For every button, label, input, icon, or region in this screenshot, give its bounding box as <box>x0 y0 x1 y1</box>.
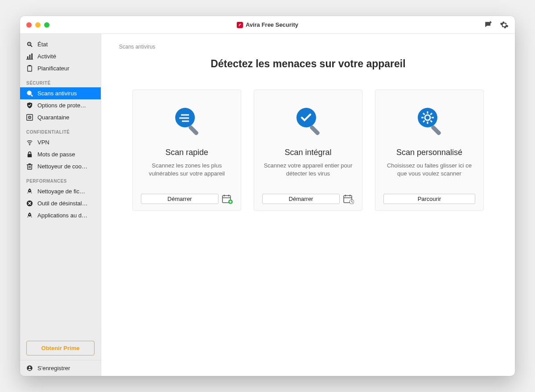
sidebar-item-rocket-icon[interactable]: Applications au d… <box>20 209 101 221</box>
clipboard-icon <box>26 65 33 72</box>
sidebar-section-header: CONFIDENTIALITÉ <box>20 123 101 136</box>
scan-card-title: Scan rapide <box>165 148 208 157</box>
vault-icon <box>26 114 33 121</box>
scan-card-desc: Choisissez ou faites glisser ici ce que … <box>383 162 475 186</box>
svg-rect-24 <box>431 125 442 136</box>
scan-card-desc: Scannez votre appareil entier pour détec… <box>262 162 354 186</box>
sidebar-item-monitor-magnify-icon[interactable]: État <box>20 38 101 50</box>
sidebar-item-label: Planificateur <box>37 65 70 72</box>
sidebar-item-clipboard-icon[interactable]: Planificateur <box>20 62 101 74</box>
sidebar-section-header: PERFORMANCES <box>20 172 101 185</box>
breadcrumb: Scans antivirus <box>119 44 497 50</box>
lock-icon <box>26 151 33 158</box>
svg-rect-3 <box>188 125 199 136</box>
sidebar-item-lock-icon[interactable]: Mots de passe <box>20 148 101 160</box>
feedback-icon[interactable] <box>484 20 493 29</box>
rocket-icon <box>26 212 33 219</box>
svg-point-23 <box>418 108 437 127</box>
window-controls <box>26 22 49 28</box>
main-content: Scans antivirus Détectez les menaces sur… <box>101 34 515 376</box>
sidebar-item-vault-icon[interactable]: Quarantaine <box>20 111 101 123</box>
shield-check-icon <box>26 102 33 109</box>
sidebar-item-label: Outil de désinstal… <box>37 200 88 207</box>
sidebar-item-label: État <box>37 41 48 48</box>
sidebar-item-label: Applications au d… <box>37 212 87 219</box>
scan-card-button[interactable]: Démarrer <box>141 194 218 204</box>
titlebar-actions <box>484 20 509 29</box>
scan-card-title: Scan personnalisé <box>396 148 462 157</box>
sidebar-item-shield-check-icon[interactable]: Options de prote… <box>20 99 101 111</box>
sidebar-item-label: Nettoyeur de coo… <box>37 163 87 170</box>
sidebar-item-label: Mots de passe <box>37 151 75 158</box>
scan-card: Scan rapide Scannez les zones les plus v… <box>132 90 241 211</box>
sidebar-item-label: Quarantaine <box>37 114 70 121</box>
sidebar-item-label: Activité <box>37 53 56 60</box>
get-prime-button[interactable]: Obtenir Prime <box>26 341 95 355</box>
scan-card: Scan intégral Scannez votre appareil ent… <box>254 90 362 211</box>
sidebar-item-wifi-lock-icon[interactable]: VPN <box>20 136 101 148</box>
sidebar-item-bar-chart-icon[interactable]: Activité <box>20 50 101 62</box>
sidebar-item-remove-circle-icon[interactable]: Outil de désinstal… <box>20 197 101 209</box>
sidebar-item-rocket-icon[interactable]: Nettoyage de fic… <box>20 185 101 197</box>
magnify-check-icon <box>289 102 327 141</box>
close-window-button[interactable] <box>26 22 32 28</box>
sidebar-item-trash-icon[interactable]: Nettoyeur de coo… <box>20 160 101 172</box>
window-title: Avira Free Security <box>237 21 298 28</box>
sidebar-item-scan-icon[interactable]: Scans antivirus <box>20 87 101 99</box>
titlebar: Avira Free Security <box>20 16 515 34</box>
bar-chart-icon <box>26 53 33 60</box>
magnify-lines-icon <box>168 102 206 141</box>
minimize-window-button[interactable] <box>35 22 41 28</box>
sidebar-item-label: Scans antivirus <box>37 90 77 97</box>
scan-cards: Scan rapide Scannez les zones les plus v… <box>119 90 497 211</box>
scan-card-title: Scan intégral <box>284 148 331 157</box>
wifi-lock-icon <box>26 139 33 146</box>
scan-icon <box>26 90 33 97</box>
svg-point-1 <box>29 367 31 368</box>
register-label: S'enregistrer <box>37 365 70 372</box>
scan-card-desc: Scannez les zones les plus vulnérables s… <box>141 162 233 186</box>
svg-rect-15 <box>309 125 321 136</box>
magnify-gear-icon <box>410 102 449 141</box>
user-circle-icon <box>26 365 33 372</box>
monitor-magnify-icon <box>26 41 33 48</box>
trash-icon <box>26 163 33 170</box>
sidebar: État Activité Planificateur SÉCURITÉ Sca… <box>20 34 101 376</box>
sidebar-item-label: Nettoyage de fic… <box>37 188 85 195</box>
app-window: Avira Free Security État Activité Planif… <box>20 16 515 376</box>
calendar-clock-icon[interactable] <box>343 194 354 204</box>
settings-icon[interactable] <box>500 20 509 29</box>
register-button[interactable]: S'enregistrer <box>20 360 101 376</box>
rocket-icon <box>26 188 33 195</box>
sidebar-section-header: SÉCURITÉ <box>20 74 101 87</box>
maximize-window-button[interactable] <box>44 22 49 28</box>
scan-card: Scan personnalisé Choisissez ou faites g… <box>375 90 484 211</box>
remove-circle-icon <box>26 200 33 207</box>
window-title-text: Avira Free Security <box>246 21 298 28</box>
page-title: Détectez les menaces sur votre appareil <box>119 58 497 70</box>
brand-logo-icon <box>237 22 243 28</box>
scan-card-button[interactable]: Parcourir <box>383 194 475 204</box>
calendar-plus-icon[interactable] <box>222 194 233 204</box>
scan-card-button[interactable]: Démarrer <box>262 194 340 204</box>
sidebar-item-label: VPN <box>37 139 49 146</box>
sidebar-item-label: Options de prote… <box>37 102 86 109</box>
